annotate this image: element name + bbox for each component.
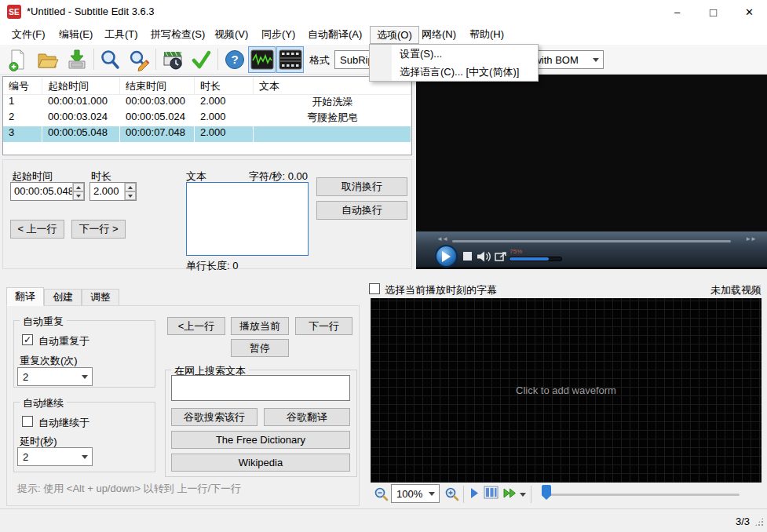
seek-back-icon[interactable]: ◄◄ [436, 235, 447, 242]
column-end[interactable]: 结束时间 [120, 77, 195, 94]
video-icon [279, 49, 302, 71]
auto-continue-checkbox-label: 自动继续于 [38, 416, 89, 430]
window-title: *Untitled - Subtitle Edit 3.6.3 [27, 5, 155, 17]
help-button[interactable]: ? [222, 47, 247, 72]
find-button[interactable] [97, 47, 122, 72]
chevron-down-icon[interactable] [520, 493, 526, 500]
waveform-zoom-out-button[interactable] [374, 486, 389, 504]
row-end: 00:00:05.024 [120, 111, 195, 126]
pause-button[interactable]: 暂停 [231, 339, 289, 357]
play-button[interactable] [435, 245, 458, 268]
subtitle-row[interactable]: 1 00:00:01.000 00:00:03.000 2.000 开始洗澡 [3, 95, 411, 111]
save-button[interactable] [64, 47, 89, 72]
volume-slider[interactable] [509, 257, 562, 261]
stop-button[interactable] [463, 252, 472, 261]
auto-repeat-checkbox[interactable]: ✓ [22, 334, 33, 345]
seek-bar[interactable] [452, 240, 731, 242]
next-line-button[interactable]: 下一行 > [71, 220, 126, 239]
volume-icon[interactable] [477, 250, 491, 263]
waveform-view-mode-button[interactable] [484, 486, 499, 501]
video-control-bar: ◄◄ ►► 75% [416, 231, 767, 267]
app-icon: SE [7, 5, 21, 19]
new-file-icon [5, 48, 29, 71]
save-icon [65, 48, 89, 71]
list-header: 编号 起始时间 结束时间 时长 文本 [3, 77, 411, 95]
google-search-button[interactable]: 谷歌搜索该行 [171, 408, 257, 426]
replace-button[interactable] [126, 47, 152, 72]
close-button[interactable]: ✕ [732, 0, 767, 24]
free-dictionary-button[interactable]: The Free Dictionary [171, 431, 350, 449]
spin-up-icon[interactable] [125, 183, 136, 191]
slider-thumb[interactable] [542, 485, 551, 500]
single-line-length: 单行长度: 0 [186, 259, 238, 273]
delay-combobox[interactable]: 2 [17, 447, 93, 466]
translate-prev-line-button[interactable]: <上一行 [167, 317, 225, 335]
menu-file[interactable]: 文件(F) [12, 26, 46, 43]
menu-video[interactable]: 视频(V) [214, 26, 248, 43]
seek-forward-icon[interactable]: ►► [745, 235, 756, 242]
search-replace-icon [127, 48, 151, 71]
menu-help[interactable]: 帮助(H) [469, 26, 504, 43]
spin-down-icon[interactable] [125, 191, 136, 200]
google-translate-button[interactable]: 谷歌翻译 [264, 408, 350, 426]
column-number[interactable]: 编号 [3, 77, 42, 94]
duration-spinner[interactable]: 2.000 [89, 182, 137, 201]
repeat-count-value: 2 [23, 371, 28, 383]
waveform-zoom-in-button[interactable] [444, 486, 459, 504]
web-search-input[interactable] [171, 375, 350, 401]
menu-spellcheck[interactable]: 拼写检查(S) [151, 26, 205, 43]
select-current-subtitle-checkbox[interactable] [369, 283, 380, 294]
prev-line-button[interactable]: < 上一行 [10, 220, 64, 239]
waveform-toggle-button[interactable] [248, 46, 276, 73]
spin-up-icon[interactable] [73, 183, 84, 191]
waveform-zoom-value: 100% [396, 488, 422, 500]
subtitle-row-selected[interactable]: 3 00:00:05.048 00:00:07.048 2.000 [3, 126, 411, 142]
auto-break-button[interactable]: 自动换行 [316, 201, 407, 220]
start-time-spinner[interactable]: 00:00:05.048 [10, 182, 85, 201]
visual-sync-icon [161, 48, 184, 71]
menu-tools[interactable]: 工具(T) [104, 26, 138, 43]
menu-network[interactable]: 网络(N) [422, 26, 456, 43]
waveform-area[interactable]: Click to add waveform [371, 298, 762, 483]
tab-adjust[interactable]: 调整 [82, 289, 119, 306]
unbreak-button[interactable]: 取消换行 [316, 177, 407, 196]
repeat-count-combobox[interactable]: 2 [17, 367, 93, 386]
column-duration[interactable]: 时长 [195, 77, 254, 94]
options-dropdown-menu: 设置(S)... 选择语言(C)... [中文(简体)] [369, 44, 539, 82]
tab-translate[interactable]: 翻译 [6, 287, 44, 306]
video-toggle-button[interactable] [276, 46, 304, 73]
columns-icon [484, 486, 499, 499]
spell-check-button[interactable] [188, 47, 214, 72]
column-start[interactable]: 起始时间 [42, 77, 120, 94]
waveform-position-slider[interactable] [547, 494, 740, 496]
status-bar: 3/3 [0, 508, 767, 532]
spin-down-icon[interactable] [73, 191, 84, 200]
menu-item-settings[interactable]: 设置(S)... [370, 45, 538, 63]
minimize-button[interactable]: – [659, 0, 695, 24]
row-start: 00:00:01.000 [42, 95, 120, 111]
waveform-play-button[interactable] [469, 487, 479, 501]
fullscreen-icon[interactable] [495, 251, 507, 262]
subtitle-row[interactable]: 2 00:00:03.024 00:00:05.024 2.000 弯腰捡肥皂 [3, 111, 411, 126]
wikipedia-button[interactable]: Wikipedia [171, 454, 350, 472]
chevron-down-icon [82, 455, 88, 462]
translate-next-line-button[interactable]: 下一行 [295, 317, 352, 335]
menu-sync[interactable]: 同步(Y) [261, 26, 295, 43]
menu-edit[interactable]: 编辑(E) [59, 26, 93, 43]
open-button[interactable] [35, 47, 60, 72]
new-button[interactable] [5, 47, 30, 72]
tab-create[interactable]: 创建 [44, 289, 82, 306]
play-current-button[interactable]: 播放当前 [231, 317, 289, 335]
video-player[interactable]: ◄◄ ►► 75% [416, 75, 767, 269]
menu-options[interactable]: 选项(O) [370, 26, 419, 44]
menu-autotranslate[interactable]: 自动翻译(A) [308, 26, 362, 43]
resize-grip[interactable] [754, 517, 764, 527]
subtitle-text-input[interactable] [186, 182, 309, 256]
waveform-zoom-combobox[interactable]: 100% [391, 484, 440, 503]
auto-continue-checkbox[interactable] [22, 416, 33, 427]
visual-sync-button[interactable] [160, 47, 185, 72]
playback-speed-button[interactable] [502, 487, 517, 501]
menu-item-choose-language[interactable]: 选择语言(C)... [中文(简体)] [370, 63, 538, 81]
maximize-button[interactable]: □ [696, 0, 731, 24]
row-end: 00:00:03.000 [120, 95, 195, 111]
